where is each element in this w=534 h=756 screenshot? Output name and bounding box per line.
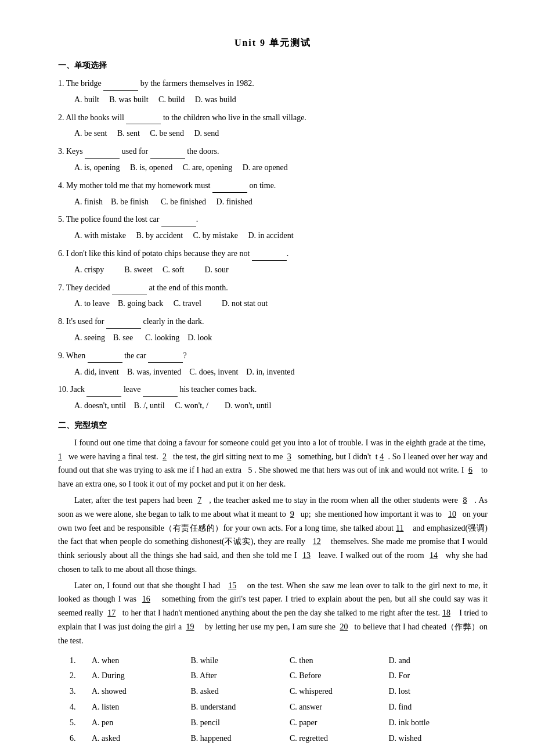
cloze-option-row-4: 4. A. listen B. understand C. answer D. … <box>70 700 488 714</box>
question-10: 10. Jack leave his teacher comes back. A… <box>58 382 488 413</box>
question-3: 3. Keys used for the doors. A. is, openi… <box>58 144 488 175</box>
passage-para2: Later, after the test papers had been 7 … <box>58 494 488 577</box>
cloze-option-row-3: 3. A. showed B. asked C. whispered D. lo… <box>70 685 488 699</box>
section2-header: 二、完型填空 <box>58 419 488 433</box>
cloze-option-row-2: 2. A. During B. After C. Before D. For <box>70 669 488 683</box>
cloze-option-row-6: 6. A. asked B. happened C. regretted D. … <box>70 732 488 746</box>
question-6: 6. I don't like this kind of potato chip… <box>58 246 488 277</box>
page-title: Unit 9 单元测试 <box>58 35 488 51</box>
question-7: 7. They decided at the end of this month… <box>58 280 488 311</box>
cloze-option-row-5: 5. A. pen B. pencil C. paper D. ink bott… <box>70 716 488 730</box>
question-5: 5. The police found the lost car . A. wi… <box>58 212 488 243</box>
cloze-options: 1. A. when B. while C. then D. and 2. A.… <box>58 654 488 746</box>
questions-list: 1. The bridge by the farmers themselves … <box>58 76 488 413</box>
passage-para3: Later on, I found out that she thought I… <box>58 579 488 648</box>
question-8: 8. It's used for clearly in the dark. A.… <box>58 314 488 345</box>
cloze-option-row-1: 1. A. when B. while C. then D. and <box>70 654 488 668</box>
question-1: 1. The bridge by the farmers themselves … <box>58 76 488 107</box>
question-4: 4. My mother told me that my homework mu… <box>58 178 488 209</box>
question-2: 2. All the books will to the children wh… <box>58 110 488 141</box>
question-9: 9. When the car ? A. did, invent B. was,… <box>58 348 488 379</box>
section1-header: 一、单项选择 <box>58 59 488 73</box>
passage-para1: I found out one time that doing a favour… <box>58 436 488 491</box>
